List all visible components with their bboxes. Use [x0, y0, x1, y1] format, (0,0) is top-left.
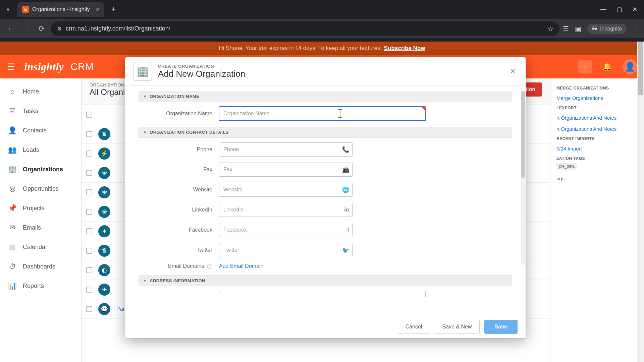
browser-tab[interactable]: In Organizations - Insightly ×	[17, 2, 104, 17]
field-twitter: Twitter 🐦	[139, 243, 512, 257]
field-label: Website	[139, 187, 219, 193]
save-and-new-button[interactable]: Save & New	[435, 320, 480, 334]
field-label: Organization Name	[139, 111, 219, 117]
billing-input-cut[interactable]	[219, 291, 426, 297]
globe-icon: 🌐	[342, 186, 349, 193]
browser-chrome: ▾ In Organizations - Insightly × + ― ▢ ✕…	[0, 0, 644, 42]
close-icon[interactable]: ×	[508, 64, 518, 79]
field-org-name: Organization Name	[139, 107, 512, 121]
tab-favicon: In	[22, 6, 29, 13]
chevron-down-icon: ▼	[143, 94, 147, 99]
browser-toolbar: ← → ⟳ ⚙ crm.na1.insightly.com/list/Organ…	[0, 19, 644, 38]
field-label: Email Domains ?	[139, 263, 219, 269]
building-icon: 🏢	[133, 62, 152, 81]
create-organization-modal: 🏢 CREATE ORGANIZATION Add New Organizati…	[125, 57, 526, 339]
field-fax: Fax 📠	[139, 163, 512, 177]
section-label: ORGANIZATION NAME	[150, 94, 199, 99]
modal-footer: Cancel Save & New Save	[125, 315, 526, 338]
field-email-domains: Email Domains ? Add Email Domain	[139, 263, 512, 269]
field-facebook: Facebook f	[139, 223, 512, 237]
section-contact[interactable]: ▼ORGANIZATION CONTACT DETAILS	[139, 127, 512, 138]
field-label: Fax	[139, 167, 219, 173]
cancel-button[interactable]: Cancel	[398, 320, 430, 334]
field-label: LinkedIn	[139, 207, 219, 213]
tab-close-icon[interactable]: ×	[96, 6, 100, 13]
back-button[interactable]: ←	[5, 23, 17, 35]
new-tab-button[interactable]: +	[107, 3, 119, 15]
browser-menu-icon[interactable]: ⋮	[633, 25, 639, 33]
text-cursor-icon	[340, 109, 340, 118]
twitter-input[interactable]	[219, 243, 353, 257]
forward-button: →	[20, 23, 32, 35]
website-input[interactable]	[219, 183, 353, 197]
twitter-icon: 🐦	[342, 247, 349, 254]
maximize-icon[interactable]: ▢	[616, 6, 622, 13]
toolbar-right: ☰ ▣ 🕶 Incognito ⋮	[563, 24, 639, 34]
help-icon[interactable]: ?	[207, 264, 212, 269]
site-settings-icon[interactable]: ⚙	[57, 25, 62, 32]
minimize-icon[interactable]: ―	[600, 6, 606, 13]
fax-icon: 📠	[342, 166, 349, 173]
incognito-badge[interactable]: 🕶 Incognito	[587, 24, 627, 34]
fax-input[interactable]	[219, 163, 353, 177]
modal-header: 🏢 CREATE ORGANIZATION Add New Organizati…	[125, 57, 526, 85]
linkedin-icon: in	[344, 206, 349, 213]
facebook-icon: f	[347, 227, 349, 233]
modal-scrollbar[interactable]	[521, 91, 525, 265]
address-bar[interactable]: ⚙ crm.na1.insightly.com/list/Organisatio…	[51, 21, 559, 36]
phone-input[interactable]	[219, 142, 353, 157]
page: Hi Shane. Your trial expires in 14 days.…	[0, 42, 644, 362]
incognito-icon: 🕶	[592, 26, 597, 32]
facebook-input[interactable]	[219, 223, 353, 237]
org-name-input[interactable]	[219, 107, 426, 121]
field-billing: x	[139, 291, 512, 297]
chevron-down-icon: ▼	[143, 279, 147, 283]
required-indicator	[421, 107, 426, 111]
save-button[interactable]: Save	[484, 320, 518, 334]
field-label: Phone	[139, 146, 219, 153]
close-window-icon[interactable]: ✕	[632, 6, 637, 13]
field-linkedin: LinkedIn in	[139, 203, 512, 217]
field-website: Website 🌐	[139, 183, 512, 197]
org-name-input-wrap	[219, 107, 426, 121]
phone-icon: 📞	[342, 146, 349, 153]
field-label: Facebook	[139, 227, 219, 233]
add-email-domain-link[interactable]: Add Email Domain	[219, 263, 264, 269]
bookmark-icon[interactable]: ☆	[547, 25, 553, 33]
modal-body: ▼ORGANIZATION NAME Organization Name ▼OR…	[125, 85, 526, 315]
field-phone: Phone 📞	[139, 142, 512, 157]
field-label: Twitter	[139, 247, 219, 253]
section-org-name[interactable]: ▼ORGANIZATION NAME	[139, 91, 512, 102]
browser-titlebar: ▾ In Organizations - Insightly × + ― ▢ ✕	[0, 0, 644, 19]
modal-title: Add New Organization	[158, 69, 245, 79]
incognito-label: Incognito	[600, 26, 622, 32]
side-panel-icon[interactable]: ▣	[575, 25, 581, 33]
reload-button[interactable]: ⟳	[36, 23, 48, 35]
linkedin-input[interactable]	[219, 203, 353, 217]
tabs-dropdown[interactable]: ▾	[2, 3, 14, 15]
section-label: ORGANIZATION CONTACT DETAILS	[150, 130, 228, 135]
modal-subtitle: CREATE ORGANIZATION	[158, 64, 245, 69]
reading-list-icon[interactable]: ☰	[563, 25, 569, 33]
window-controls: ― ▢ ✕	[600, 6, 644, 13]
section-address[interactable]: ▼ADDRESS INFORMATION	[139, 275, 512, 286]
section-label: ADDRESS INFORMATION	[150, 278, 205, 283]
url-text: crm.na1.insightly.com/list/Organisation/	[66, 25, 170, 32]
tab-title: Organizations - Insightly	[32, 6, 90, 12]
chevron-down-icon: ▼	[143, 130, 147, 135]
